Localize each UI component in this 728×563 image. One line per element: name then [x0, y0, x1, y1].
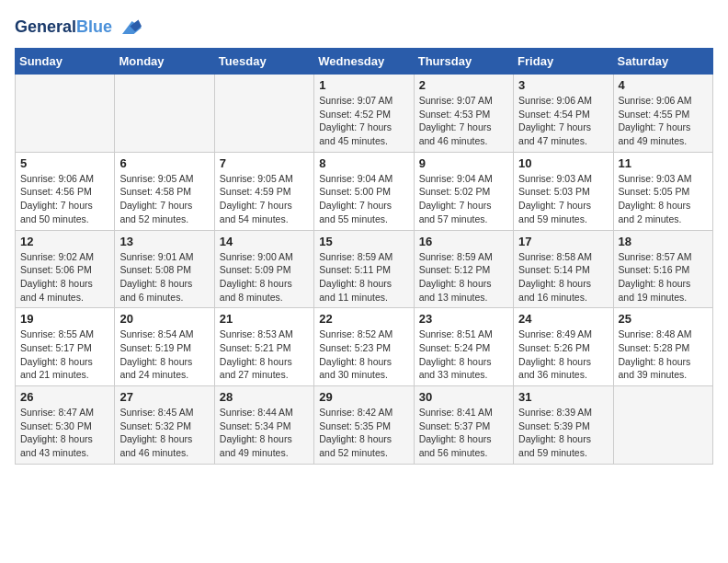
calendar-cell: 1Sunrise: 9:07 AM Sunset: 4:52 PM Daylig…	[314, 75, 414, 153]
day-number: 2	[419, 78, 508, 92]
day-info: Sunrise: 8:47 AM Sunset: 5:30 PM Dayligh…	[20, 406, 109, 460]
calendar-cell: 27Sunrise: 8:45 AM Sunset: 5:32 PM Dayli…	[115, 386, 214, 465]
logo: GeneralBlue	[15, 15, 142, 40]
logo-text: GeneralBlue	[15, 18, 112, 37]
day-info: Sunrise: 9:07 AM Sunset: 4:52 PM Dayligh…	[319, 94, 408, 148]
day-info: Sunrise: 9:06 AM Sunset: 4:55 PM Dayligh…	[619, 94, 708, 148]
calendar-cell: 18Sunrise: 8:57 AM Sunset: 5:16 PM Dayli…	[613, 230, 712, 308]
day-number: 17	[518, 235, 608, 248]
calendar-cell: 23Sunrise: 8:51 AM Sunset: 5:24 PM Dayli…	[414, 308, 513, 386]
day-info: Sunrise: 8:54 AM Sunset: 5:19 PM Dayligh…	[119, 327, 209, 382]
calendar-header-row: SundayMondayTuesdayWednesdayThursdayFrid…	[16, 49, 713, 75]
calendar-cell: 25Sunrise: 8:48 AM Sunset: 5:28 PM Dayli…	[613, 308, 712, 386]
day-number: 26	[20, 390, 109, 404]
weekday-header: Saturday	[613, 49, 712, 75]
logo-icon	[116, 15, 142, 40]
day-number: 22	[319, 312, 408, 326]
day-number: 14	[220, 235, 309, 248]
calendar-cell: 7Sunrise: 9:05 AM Sunset: 4:59 PM Daylig…	[214, 152, 313, 230]
day-info: Sunrise: 9:00 AM Sunset: 5:09 PM Dayligh…	[220, 250, 309, 304]
day-number: 24	[518, 312, 608, 326]
day-info: Sunrise: 8:59 AM Sunset: 5:12 PM Dayligh…	[419, 250, 508, 304]
calendar-cell: 15Sunrise: 8:59 AM Sunset: 5:11 PM Dayli…	[314, 230, 414, 308]
calendar-week-row: 1Sunrise: 9:07 AM Sunset: 4:52 PM Daylig…	[16, 75, 713, 153]
calendar-cell: 14Sunrise: 9:00 AM Sunset: 5:09 PM Dayli…	[214, 230, 313, 308]
day-number: 30	[419, 390, 508, 404]
weekday-header: Monday	[115, 49, 214, 75]
day-info: Sunrise: 8:58 AM Sunset: 5:14 PM Dayligh…	[518, 250, 608, 304]
day-number: 23	[419, 312, 508, 326]
day-number: 27	[119, 390, 209, 404]
day-info: Sunrise: 9:03 AM Sunset: 5:05 PM Dayligh…	[619, 172, 708, 226]
day-number: 3	[518, 78, 608, 92]
calendar-cell: 16Sunrise: 8:59 AM Sunset: 5:12 PM Dayli…	[414, 230, 513, 308]
calendar-cell: 12Sunrise: 9:02 AM Sunset: 5:06 PM Dayli…	[16, 230, 115, 308]
calendar-cell: 8Sunrise: 9:04 AM Sunset: 5:00 PM Daylig…	[314, 152, 414, 230]
calendar-cell: 13Sunrise: 9:01 AM Sunset: 5:08 PM Dayli…	[115, 230, 214, 308]
day-info: Sunrise: 9:04 AM Sunset: 5:00 PM Dayligh…	[319, 172, 408, 226]
day-number: 4	[619, 78, 708, 92]
day-info: Sunrise: 8:39 AM Sunset: 5:39 PM Dayligh…	[518, 406, 608, 460]
day-info: Sunrise: 9:07 AM Sunset: 4:53 PM Dayligh…	[419, 94, 508, 148]
day-info: Sunrise: 8:55 AM Sunset: 5:17 PM Dayligh…	[20, 327, 109, 382]
calendar-cell: 17Sunrise: 8:58 AM Sunset: 5:14 PM Dayli…	[514, 230, 613, 308]
calendar-cell	[613, 386, 712, 465]
day-info: Sunrise: 8:52 AM Sunset: 5:23 PM Dayligh…	[319, 327, 408, 382]
day-number: 12	[20, 235, 109, 248]
calendar-cell	[214, 75, 313, 153]
calendar-cell	[115, 75, 214, 153]
day-number: 15	[319, 235, 408, 248]
day-info: Sunrise: 8:42 AM Sunset: 5:35 PM Dayligh…	[319, 406, 408, 460]
day-info: Sunrise: 9:05 AM Sunset: 4:58 PM Dayligh…	[119, 172, 209, 226]
page-header: GeneralBlue	[15, 15, 713, 40]
day-number: 16	[419, 235, 508, 248]
day-number: 25	[619, 312, 708, 326]
day-info: Sunrise: 8:51 AM Sunset: 5:24 PM Dayligh…	[419, 327, 508, 382]
weekday-header: Tuesday	[214, 49, 313, 75]
calendar-cell: 2Sunrise: 9:07 AM Sunset: 4:53 PM Daylig…	[414, 75, 513, 153]
weekday-header: Sunday	[16, 49, 115, 75]
day-number: 19	[20, 312, 109, 326]
day-number: 1	[319, 78, 408, 92]
calendar-cell: 19Sunrise: 8:55 AM Sunset: 5:17 PM Dayli…	[16, 308, 115, 386]
day-number: 11	[619, 156, 708, 170]
calendar-week-row: 5Sunrise: 9:06 AM Sunset: 4:56 PM Daylig…	[16, 152, 713, 230]
calendar-cell: 3Sunrise: 9:06 AM Sunset: 4:54 PM Daylig…	[514, 75, 613, 153]
day-info: Sunrise: 8:57 AM Sunset: 5:16 PM Dayligh…	[619, 250, 708, 304]
calendar-table: SundayMondayTuesdayWednesdayThursdayFrid…	[15, 48, 713, 465]
calendar-cell: 11Sunrise: 9:03 AM Sunset: 5:05 PM Dayli…	[613, 152, 712, 230]
calendar-cell: 30Sunrise: 8:41 AM Sunset: 5:37 PM Dayli…	[414, 386, 513, 465]
calendar-cell: 21Sunrise: 8:53 AM Sunset: 5:21 PM Dayli…	[214, 308, 313, 386]
day-number: 5	[20, 156, 109, 170]
day-number: 10	[518, 156, 608, 170]
day-number: 8	[319, 156, 408, 170]
calendar-cell: 24Sunrise: 8:49 AM Sunset: 5:26 PM Dayli…	[514, 308, 613, 386]
calendar-cell: 22Sunrise: 8:52 AM Sunset: 5:23 PM Dayli…	[314, 308, 414, 386]
day-number: 9	[419, 156, 508, 170]
day-info: Sunrise: 8:41 AM Sunset: 5:37 PM Dayligh…	[419, 406, 508, 460]
calendar-cell: 9Sunrise: 9:04 AM Sunset: 5:02 PM Daylig…	[414, 152, 513, 230]
calendar-cell: 4Sunrise: 9:06 AM Sunset: 4:55 PM Daylig…	[613, 75, 712, 153]
calendar-cell: 10Sunrise: 9:03 AM Sunset: 5:03 PM Dayli…	[514, 152, 613, 230]
day-info: Sunrise: 8:59 AM Sunset: 5:11 PM Dayligh…	[319, 250, 408, 304]
weekday-header: Friday	[514, 49, 613, 75]
day-info: Sunrise: 8:44 AM Sunset: 5:34 PM Dayligh…	[220, 406, 309, 460]
calendar-body: 1Sunrise: 9:07 AM Sunset: 4:52 PM Daylig…	[16, 75, 713, 465]
calendar-cell: 29Sunrise: 8:42 AM Sunset: 5:35 PM Dayli…	[314, 386, 414, 465]
day-number: 6	[119, 156, 209, 170]
calendar-cell: 28Sunrise: 8:44 AM Sunset: 5:34 PM Dayli…	[214, 386, 313, 465]
calendar-cell: 31Sunrise: 8:39 AM Sunset: 5:39 PM Dayli…	[514, 386, 613, 465]
calendar-cell: 5Sunrise: 9:06 AM Sunset: 4:56 PM Daylig…	[16, 152, 115, 230]
day-info: Sunrise: 8:45 AM Sunset: 5:32 PM Dayligh…	[119, 406, 209, 460]
calendar-cell: 20Sunrise: 8:54 AM Sunset: 5:19 PM Dayli…	[115, 308, 214, 386]
day-info: Sunrise: 9:01 AM Sunset: 5:08 PM Dayligh…	[119, 250, 209, 304]
day-info: Sunrise: 9:06 AM Sunset: 4:56 PM Dayligh…	[20, 172, 109, 226]
day-info: Sunrise: 8:53 AM Sunset: 5:21 PM Dayligh…	[220, 327, 309, 382]
calendar-week-row: 26Sunrise: 8:47 AM Sunset: 5:30 PM Dayli…	[16, 386, 713, 465]
day-number: 20	[119, 312, 209, 326]
day-info: Sunrise: 9:03 AM Sunset: 5:03 PM Dayligh…	[518, 172, 608, 226]
weekday-header: Thursday	[414, 49, 513, 75]
weekday-header: Wednesday	[314, 49, 414, 75]
day-info: Sunrise: 8:48 AM Sunset: 5:28 PM Dayligh…	[619, 327, 708, 382]
calendar-cell	[16, 75, 115, 153]
